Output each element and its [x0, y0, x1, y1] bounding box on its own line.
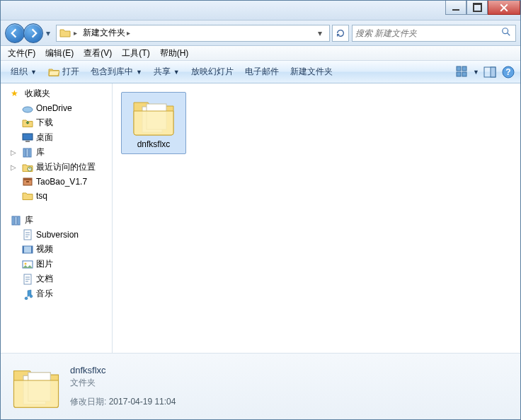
refresh-button[interactable]: [332, 25, 349, 42]
favorites-header[interactable]: ★ 收藏夹: [1, 86, 112, 101]
search-icon: [501, 27, 513, 39]
sidebar-item-label: 图片: [36, 258, 53, 270]
back-button[interactable]: [5, 23, 25, 43]
sidebar-item-label: 最近访问的位置: [36, 161, 96, 173]
chevron-down-icon[interactable]: ▼: [473, 69, 479, 76]
svg-point-0: [503, 28, 508, 34]
menu-view[interactable]: 查看(V): [79, 46, 116, 61]
maximize-button[interactable]: [466, 1, 488, 15]
preview-pane-button[interactable]: [482, 64, 498, 80]
sidebar-item-taobao[interactable]: TaoBao_V1.7: [1, 175, 112, 189]
chevron-down-icon: ▼: [136, 69, 142, 76]
forward-button[interactable]: [23, 23, 43, 43]
sidebar-item-pictures[interactable]: 图片: [1, 257, 112, 272]
nav-buttons: ▾: [5, 23, 53, 43]
desktop-icon: [22, 132, 33, 144]
svg-rect-3: [457, 72, 461, 76]
expand-triangle-icon[interactable]: ▷: [11, 148, 16, 156]
sidebar-item-music[interactable]: 音乐: [1, 286, 112, 301]
svg-rect-14: [29, 148, 31, 157]
menu-file[interactable]: 文件(F): [4, 46, 40, 61]
breadcrumb-separator-icon: ▸: [127, 29, 130, 37]
video-icon: [22, 244, 33, 255]
refresh-icon: [336, 28, 345, 38]
address-bar[interactable]: ▸ 新建文件夹 ▸ ▾: [56, 25, 330, 42]
sidebar-item-tsq[interactable]: tsq: [1, 189, 112, 203]
menu-edit[interactable]: 编辑(E): [41, 46, 78, 61]
help-button[interactable]: ?: [500, 64, 516, 80]
content-pane[interactable]: dnfksflxc: [113, 83, 520, 353]
window-controls: [445, 1, 520, 15]
expand-triangle-icon[interactable]: ▷: [11, 163, 16, 171]
sidebar-item-onedrive[interactable]: OneDrive: [1, 101, 112, 115]
chevron-down-icon: ▼: [30, 69, 37, 76]
include-label: 包含到库中: [91, 66, 133, 78]
svg-rect-24: [23, 246, 24, 253]
share-button[interactable]: 共享▼: [148, 63, 185, 81]
sidebar-item-desktop[interactable]: 桌面: [1, 130, 112, 145]
favorites-label: 收藏夹: [25, 88, 50, 100]
breadcrumb-item[interactable]: 新建文件夹 ▸: [80, 25, 133, 40]
svg-rect-17: [23, 178, 32, 180]
toolbar-right: ▼ ?: [454, 64, 516, 80]
menu-tools[interactable]: 工具(T): [118, 46, 154, 61]
breadcrumb-separator-icon: ▸: [74, 29, 77, 37]
organize-label: 组织: [11, 66, 28, 78]
search-input[interactable]: [355, 28, 501, 38]
svg-rect-10: [23, 134, 33, 140]
svg-rect-25: [31, 246, 33, 253]
libraries-label: 库: [25, 214, 33, 226]
nav-history-dropdown[interactable]: ▾: [43, 28, 53, 38]
slideshow-button[interactable]: 放映幻灯片: [185, 63, 239, 81]
open-button[interactable]: 打开: [42, 63, 85, 81]
search-box[interactable]: [352, 25, 516, 42]
help-icon: ?: [502, 66, 515, 78]
view-options-button[interactable]: [454, 64, 470, 80]
details-modified-value: 2017-04-19 11:04: [109, 397, 176, 407]
explorer-window: ▾ ▸ 新建文件夹 ▸ ▾ 文件(F): [0, 0, 521, 420]
sidebar-item-libraries-fav[interactable]: ▷ 库: [1, 145, 112, 160]
file-item-label: dnfksflxc: [137, 139, 171, 149]
sidebar-item-label: 库: [36, 146, 45, 158]
svg-point-27: [25, 262, 27, 264]
sidebar-item-downloads[interactable]: 下载: [1, 115, 112, 130]
library-icon: [11, 215, 22, 226]
organize-button[interactable]: 组织▼: [5, 63, 42, 81]
include-in-library-button[interactable]: 包含到库中▼: [85, 63, 148, 81]
details-meta: dnfksflxc 文件夹 修改日期: 2017-04-19 11:04: [70, 365, 176, 408]
svg-rect-12: [23, 148, 25, 157]
sidebar-item-label: OneDrive: [36, 103, 72, 113]
title-bar: [1, 1, 520, 21]
sidebar-item-subversion[interactable]: Subversion: [1, 228, 112, 242]
sidebar-item-documents[interactable]: 文档: [1, 272, 112, 286]
archive-icon: [22, 176, 33, 187]
sidebar-item-label: 桌面: [36, 132, 53, 144]
pictures-icon: [22, 259, 33, 270]
svg-rect-4: [462, 72, 466, 76]
menu-help[interactable]: 帮助(H): [156, 46, 193, 61]
details-pane: dnfksflxc 文件夹 修改日期: 2017-04-19 11:04: [1, 353, 520, 419]
library-icon: [22, 147, 33, 158]
libraries-header[interactable]: 库: [1, 213, 112, 228]
file-item[interactable]: dnfksflxc: [121, 92, 186, 154]
details-modified: 修改日期: 2017-04-19 11:04: [70, 396, 176, 408]
sidebar-item-label: 视频: [36, 243, 53, 255]
folder-icon: [59, 28, 71, 39]
email-button[interactable]: 电子邮件: [239, 63, 285, 81]
sidebar-item-recent[interactable]: ▷ 最近访问的位置: [1, 160, 112, 175]
new-folder-button[interactable]: 新建文件夹: [285, 63, 338, 81]
preview-pane-icon: [483, 66, 496, 78]
svg-rect-19: [12, 216, 14, 225]
minimize-button[interactable]: [445, 1, 466, 15]
details-modified-label: 修改日期:: [70, 397, 106, 407]
address-dropdown-icon[interactable]: ▾: [314, 28, 326, 38]
folder-open-icon: [48, 66, 59, 78]
sidebar-item-label: Subversion: [36, 230, 79, 240]
svg-rect-6: [491, 67, 496, 77]
onedrive-icon: [22, 103, 33, 114]
details-type: 文件夹: [70, 377, 176, 389]
sidebar-item-videos[interactable]: 视频: [1, 242, 112, 257]
close-button[interactable]: [488, 1, 520, 15]
downloads-icon: [22, 117, 33, 129]
svg-rect-18: [26, 181, 29, 182]
